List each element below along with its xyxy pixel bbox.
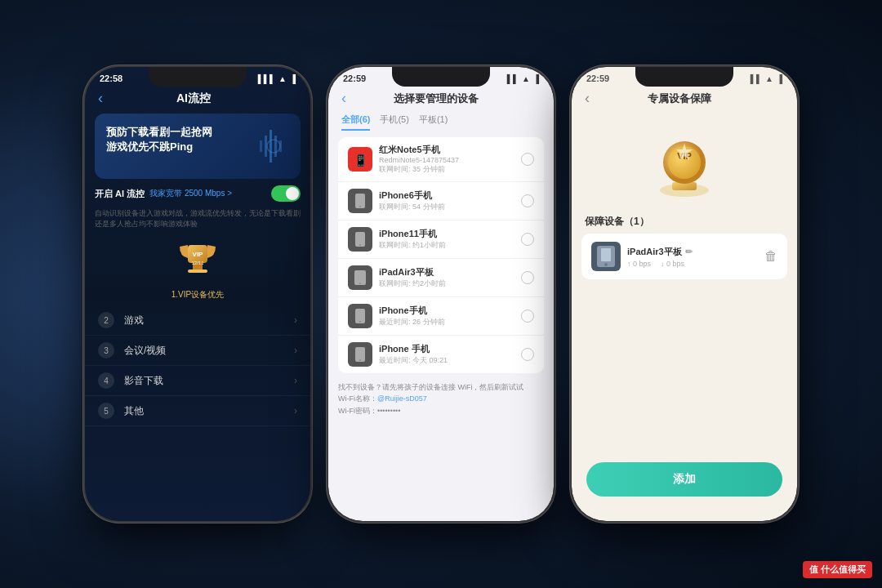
svg-point-15 (359, 244, 361, 246)
phone1-toggle-switch[interactable] (271, 185, 301, 202)
device-info-5: iPhone 手机 最近时间: 今天 09:21 (379, 343, 514, 366)
svg-point-13 (359, 206, 361, 207)
phone1-menu-label-0: 游戏 (124, 314, 144, 327)
phone2-device-2[interactable]: iPhone11手机 联网时间: 约1小时前 (338, 220, 544, 259)
phone3-header: ‹ 专属设备保障 (572, 87, 797, 114)
device-sub-0: RedmiNote5-147875437 (379, 156, 514, 164)
battery-icon: ▐ (777, 74, 782, 83)
phone1-menu-item-2[interactable]: 4 影音下载 › (85, 366, 310, 396)
device-check-5[interactable] (521, 348, 534, 361)
phone1-vip-badge: VIP 12/11 1.VIP设备优先 (85, 238, 310, 301)
svg-rect-0 (270, 130, 272, 163)
svg-point-29 (604, 263, 608, 266)
phone3-time: 22:59 (586, 74, 609, 83)
phone1-toggle-row: 开启 AI 流控 我家宽带 2500 Mbps > (85, 179, 310, 208)
device-check-2[interactable] (521, 233, 534, 246)
device-check-1[interactable] (521, 194, 534, 207)
device-name-3: iPadAir3平板 (379, 266, 514, 278)
phone1-menu-arrow-0: › (294, 314, 297, 326)
phone2-device-5[interactable]: iPhone 手机 最近时间: 今天 09:21 (338, 336, 544, 373)
phone1-time: 22:58 (100, 74, 122, 83)
phone1-back-button[interactable]: ‹ (98, 90, 103, 107)
svg-text:12/11: 12/11 (191, 261, 204, 265)
wifi-icon: ▲ (765, 74, 773, 83)
device-check-3[interactable] (521, 271, 534, 284)
phone3-edit-icon[interactable]: ✏ (685, 247, 693, 257)
phone1-banner-icon (253, 126, 294, 167)
device-check-0[interactable] (521, 153, 534, 166)
phone2-tab-tablet[interactable]: 平板(1) (419, 114, 448, 131)
device-icon-5 (348, 342, 372, 367)
phone1-menu-num-1: 3 (98, 342, 114, 359)
device-check-4[interactable] (521, 310, 534, 323)
phone2-hint: 找不到设备？请先将孩子的设备连接 WiFi，然后刷新试试 Wi-Fi名称：@Ru… (338, 381, 544, 416)
device-icon-4 (348, 304, 372, 328)
phone3-content: 22:59 ▌▌ ▲ ▐ ‹ 专属设备保障 (572, 67, 797, 521)
wifi-icon: ▲ (522, 74, 530, 83)
device-name-4: iPhone手机 (379, 305, 514, 317)
svg-point-21 (359, 359, 361, 361)
device-time-4: 最近时间: 26 分钟前 (379, 317, 514, 327)
phone1-menu-arrow-1: › (294, 345, 297, 356)
phone2-screen: 22:59 ▌▌ ▲ ▐ ‹ 选择要管理的设备 全部(6) 手机(5) 平板 (328, 67, 554, 521)
phone1-header: ‹ AI流控 (85, 87, 310, 114)
phone2-hint-wifi-pass: Wi-Fi密码：••••••••• (338, 405, 544, 416)
phone3-status-bar: 22:59 ▌▌ ▲ ▐ (572, 67, 797, 87)
phone2-wifi-name-value: @Ruijie-sD057 (377, 394, 427, 403)
phone3-device-stats: ↑ 0 bps ↓ 0 bps (627, 260, 758, 268)
device-time-2: 联网时间: 约1小时前 (379, 240, 514, 251)
phone2-device-3[interactable]: iPadAir3平板 联网时间: 约2小时前 (338, 259, 544, 297)
phone2: 22:59 ▌▌ ▲ ▐ ‹ 选择要管理的设备 全部(6) 手机(5) 平板 (327, 65, 555, 523)
phone1: 22:58 ▌▌▌ ▲ ▐ ‹ AI流控 预防下载看剧一起抢网 游 (83, 65, 312, 523)
watermark-text: 值 什么值得买 (809, 564, 866, 574)
phone2-tab-all[interactable]: 全部(6) (341, 114, 370, 131)
device-name-5: iPhone 手机 (379, 343, 514, 355)
device-icon-0: 📱 (348, 147, 372, 172)
phone1-menu-arrow-3: › (294, 405, 297, 416)
watermark: 值 什么值得买 (803, 561, 872, 578)
phone1-menu-item-0[interactable]: 2 游戏 › (85, 305, 310, 336)
device-icon-2 (348, 227, 372, 252)
phone3: 22:59 ▌▌ ▲ ▐ ‹ 专属设备保障 (570, 65, 799, 523)
phone3-download-stat: ↓ 0 bps (661, 260, 684, 268)
device-info-3: iPadAir3平板 联网时间: 约2小时前 (379, 266, 514, 289)
phone2-device-0[interactable]: 📱 红米Note5手机 RedmiNote5-147875437 联网时间: 3… (338, 137, 544, 182)
phone1-menu-item-3[interactable]: 5 其他 › (85, 396, 310, 426)
device-info-0: 红米Note5手机 RedmiNote5-147875437 联网时间: 35 … (379, 144, 514, 175)
phone3-upload-stat: ↑ 0 bps (627, 260, 651, 268)
phone3-device-info: iPadAir3平板 ✏ ↑ 0 bps ↓ 0 bps (627, 246, 758, 268)
device-time-5: 最近时间: 今天 09:21 (379, 355, 514, 366)
phone1-title: AI流控 (109, 91, 278, 106)
phone2-tabs: 全部(6) 手机(5) 平板(1) (328, 114, 554, 137)
battery-icon: ▐ (533, 74, 539, 83)
phone2-device-4[interactable]: iPhone手机 最近时间: 26 分钟前 (338, 297, 544, 336)
svg-rect-8 (188, 270, 207, 273)
phone2-tab-phone[interactable]: 手机(5) (380, 114, 408, 131)
phone1-menu-list: 2 游戏 › 3 会议/视频 › 4 影音下载 › (85, 305, 310, 426)
phone2-device-1[interactable]: iPhone6手机 联网时间: 54 分钟前 (338, 182, 544, 220)
svg-rect-30 (601, 248, 611, 261)
svg-point-19 (359, 321, 361, 323)
device-icon-3 (348, 265, 372, 290)
svg-text:📱: 📱 (354, 154, 368, 167)
phone1-menu-label-3: 其他 (124, 404, 144, 418)
phone2-header: ‹ 选择要管理的设备 (328, 87, 554, 114)
phone1-screen: 22:58 ▌▌▌ ▲ ▐ ‹ AI流控 预防下载看剧一起抢网 游 (85, 67, 310, 521)
phone1-vip-label: 1.VIP设备优先 (172, 289, 224, 301)
phone1-content: 22:58 ▌▌▌ ▲ ▐ ‹ AI流控 预防下载看剧一起抢网 游 (85, 67, 310, 521)
phone3-device-icon (591, 242, 621, 271)
signal-icon: ▌▌▌ (258, 74, 275, 83)
phone1-menu-num-3: 5 (98, 403, 114, 419)
device-name-1: iPhone6手机 (379, 189, 514, 202)
device-time-0: 联网时间: 35 分钟前 (379, 164, 514, 175)
phone3-add-button[interactable]: 添加 (586, 462, 782, 497)
phones-container: 22:58 ▌▌▌ ▲ ▐ ‹ AI流控 预防下载看剧一起抢网 游 (67, 49, 815, 539)
battery-icon: ▐ (290, 74, 296, 83)
phone1-banner: 预防下载看剧一起抢网 游戏优先不跳Ping (95, 114, 301, 179)
phone3-status-icons: ▌▌ ▲ ▐ (751, 74, 782, 83)
phone2-device-list: 📱 红米Note5手机 RedmiNote5-147875437 联网时间: 3… (338, 137, 544, 373)
device-info-1: iPhone6手机 联网时间: 54 分钟前 (379, 189, 514, 212)
phone1-menu-item-1[interactable]: 3 会议/视频 › (85, 336, 310, 366)
phone3-delete-icon[interactable]: 🗑 (764, 249, 777, 264)
phone2-status-bar: 22:59 ▌▌ ▲ ▐ (328, 67, 554, 87)
